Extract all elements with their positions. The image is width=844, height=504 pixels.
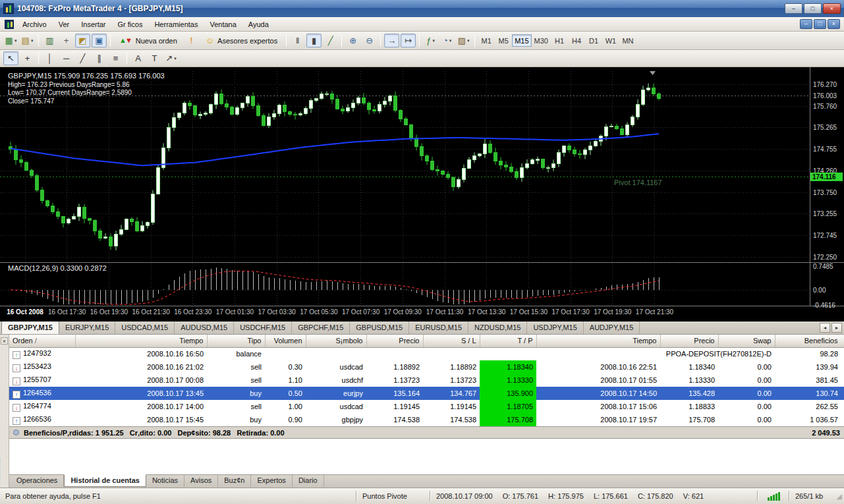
timeframe-m5-button[interactable]: M5 — [495, 34, 512, 47]
scroll-right-icon[interactable]: ▸ — [831, 323, 842, 333]
chart-tab-usdcad[interactable]: USDCAD,M15 — [115, 322, 175, 334]
child-close-button[interactable]: × — [828, 19, 840, 29]
expert-advisors-button[interactable]: ☺Asesores expertos — [200, 34, 283, 47]
terminal-tab-expertos[interactable]: Expertos — [251, 475, 292, 487]
chart-tab-audjpy[interactable]: AUDJPY,M15 — [584, 322, 640, 334]
menu-item-2[interactable]: Insertar — [75, 18, 111, 30]
terminal-tab-noticias[interactable]: Noticias — [146, 475, 184, 487]
chevron-down-icon: ▾ — [14, 38, 17, 43]
close-button[interactable]: × — [823, 3, 841, 14]
chart-tab-nzdusd[interactable]: NZDUSD,M15 — [468, 322, 527, 334]
column-header-8[interactable]: Tiempo — [536, 335, 660, 347]
terminal-tab-diario[interactable]: Diario — [293, 475, 324, 487]
column-header-2[interactable]: Tipo — [207, 335, 265, 347]
chart-shift-icon[interactable]: ↦ — [401, 34, 416, 47]
child-window-icon[interactable] — [5, 20, 14, 29]
history-row-1264536[interactable]: ↑12645362008.10.17 13:45buy0.50eurjpy135… — [9, 387, 844, 400]
column-header-4[interactable]: S¡mbolo — [306, 335, 366, 347]
channel-icon[interactable]: ∥ — [92, 51, 107, 65]
resize-grip[interactable]: ◢ — [833, 492, 844, 501]
toolbar-separator — [286, 35, 287, 47]
history-row-1247932[interactable]: ↑12479322008.10.16 16:50balancePPOA-DEPO… — [9, 347, 844, 360]
periods-glyph: ◔ — [443, 36, 448, 45]
column-header-0[interactable]: Orden / — [9, 335, 75, 347]
arrows-icon[interactable]: ↗▾ — [163, 51, 179, 65]
text-icon[interactable]: A — [130, 51, 146, 65]
column-header-9[interactable]: Precio — [660, 335, 718, 347]
chart-tab-usdchf[interactable]: USDCHF,M15 — [234, 322, 292, 334]
column-header-5[interactable]: Precio — [366, 335, 423, 347]
data-window-icon[interactable]: + — [59, 34, 74, 47]
timeframe-w1-button[interactable]: W1 — [602, 34, 619, 47]
terminal-tab-avisos[interactable]: Avisos — [184, 475, 218, 487]
timeframe-m15-button[interactable]: M15 — [512, 34, 531, 47]
profiles-icon[interactable]: ▤▾ — [20, 34, 35, 47]
timeframe-m1-button[interactable]: M1 — [478, 34, 495, 47]
menu-item-3[interactable]: Gr ficos — [112, 18, 149, 30]
scroll-left-icon[interactable]: ◂ — [820, 323, 830, 333]
column-header-1[interactable]: Tiempo — [75, 335, 207, 347]
minimize-button[interactable]: – — [785, 3, 802, 14]
auto-scroll-icon[interactable]: → — [384, 34, 399, 47]
terminal-close-icon[interactable]: × — [1, 337, 8, 345]
chart-tab-audusd[interactable]: AUDUSD,M15 — [175, 322, 234, 334]
toolbar-separator — [38, 53, 39, 65]
chart-tab-eurjpy[interactable]: EURJPY,M15 — [59, 322, 115, 334]
periods-icon[interactable]: ◔▾ — [439, 34, 455, 47]
navigator-icon[interactable]: ◩ — [75, 34, 90, 47]
chart-candles-icon[interactable]: ▮ — [306, 34, 322, 47]
templates-icon[interactable]: ▨▾ — [456, 34, 471, 47]
child-minimize-button[interactable]: – — [800, 19, 812, 29]
chart-tab-eurusd[interactable]: EURUSD,M15 — [409, 322, 468, 334]
timeframe-h4-button[interactable]: H4 — [568, 34, 585, 47]
column-header-6[interactable]: S / L — [423, 335, 480, 347]
horizontal-line-icon[interactable]: ─ — [59, 51, 74, 65]
fibonacci-icon[interactable]: ≡ — [108, 51, 123, 65]
child-restore-button[interactable]: □ — [814, 19, 826, 29]
text-label-icon[interactable]: T — [147, 51, 162, 65]
new-order-button[interactable]: ▲▼Nueva orden — [114, 34, 183, 47]
market-watch-icon[interactable]: ▥ — [42, 34, 57, 47]
text-glyph: A — [135, 54, 141, 63]
chart-tab-gbpchf[interactable]: GBPCHF,M15 — [292, 322, 350, 334]
history-row-1253423[interactable]: ↓12534232008.10.16 21:02sell0.30usdcad1.… — [9, 360, 844, 374]
menu-item-1[interactable]: Ver — [53, 18, 76, 30]
timeframe-h1-button[interactable]: H1 — [551, 34, 568, 47]
vertical-line-icon[interactable]: │ — [42, 51, 57, 65]
history-row-1264774[interactable]: ↓12647742008.10.17 14:00sell1.00usdcad1.… — [9, 400, 844, 413]
chart-tab-gbpjpy[interactable]: GBPJPY,M15 — [1, 321, 59, 334]
history-row-1255707[interactable]: ↓12557072008.10.17 00:08sell1.10usdchf1.… — [9, 374, 844, 387]
menu-item-6[interactable]: Ayuda — [242, 18, 275, 30]
svg-text:176.003: 176.003 — [813, 92, 837, 99]
column-header-11[interactable]: Beneficios — [775, 335, 844, 347]
timeframe-mn-button[interactable]: MN — [619, 34, 636, 47]
history-row-1266536[interactable]: ↑12665362008.10.17 15:45buy0.90gbpjpy174… — [9, 413, 844, 426]
new-chart-icon[interactable]: ▦▾ — [3, 34, 18, 47]
zoom-out-icon[interactable]: ⊖ — [362, 34, 377, 47]
zoom-in-icon[interactable]: ⊕ — [345, 34, 360, 47]
column-header-3[interactable]: Volumen — [265, 335, 306, 347]
terminal-tab-buz-n[interactable]: Buz¢n — [218, 475, 251, 487]
terminal-tab-historial-de-cuentas[interactable]: Historial de cuentas — [64, 474, 146, 487]
menu-item-4[interactable]: Herramientas — [148, 18, 204, 30]
chart-line-icon[interactable]: ╱ — [323, 34, 338, 47]
cursor-icon[interactable]: ↖ — [3, 51, 18, 65]
crosshair-icon[interactable]: + — [20, 51, 35, 65]
menu-item-5[interactable]: Ventana — [204, 18, 242, 30]
timeframe-m30-button[interactable]: M30 — [532, 34, 551, 47]
indicators-icon[interactable]: ƒ▾ — [423, 34, 438, 47]
terminal-tab-operaciones[interactable]: Operaciones — [11, 475, 64, 487]
timeframe-d1-button[interactable]: D1 — [585, 34, 602, 47]
terminal-panel-icon[interactable]: ▣ — [92, 34, 107, 47]
menu-item-0[interactable]: Archivo — [16, 18, 53, 30]
chart-canvas[interactable]: 176.270175.760175.265174.755174.260173.7… — [0, 67, 844, 322]
trendline-icon[interactable]: ╱ — [75, 51, 90, 65]
column-header-10[interactable]: Swap — [718, 335, 775, 347]
maximize-button[interactable]: □ — [804, 3, 822, 14]
chart-tab-usdjpy[interactable]: USDJPY,M15 — [527, 322, 583, 334]
chart-bars-icon[interactable]: ‖ — [290, 34, 305, 47]
chart-tab-gbpusd[interactable]: GBPUSD,M15 — [350, 322, 409, 334]
alerts-glyph: ! — [190, 36, 192, 45]
alerts-icon[interactable]: ! — [184, 34, 199, 47]
column-header-7[interactable]: T / P — [480, 335, 536, 347]
